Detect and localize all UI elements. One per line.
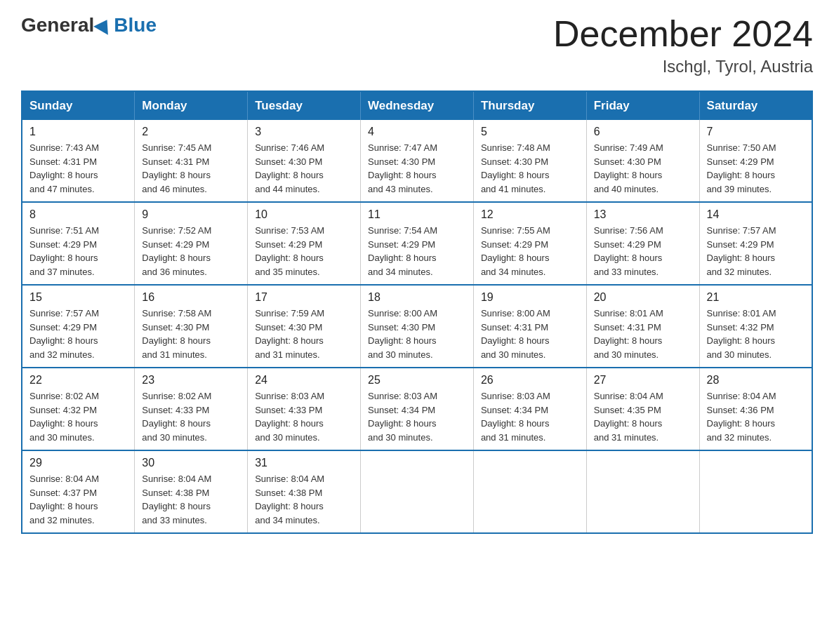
- calendar-cell: 1 Sunrise: 7:43 AMSunset: 4:31 PMDayligh…: [22, 120, 135, 202]
- calendar-cell: 20 Sunrise: 8:01 AMSunset: 4:31 PMDaylig…: [586, 285, 699, 368]
- day-info: Sunrise: 8:02 AMSunset: 4:33 PMDaylight:…: [142, 389, 240, 444]
- day-number: 1: [29, 126, 127, 138]
- day-number: 26: [481, 374, 579, 387]
- weekday-header-tuesday: Tuesday: [248, 91, 361, 120]
- weekday-header-saturday: Saturday: [699, 91, 812, 120]
- calendar-cell: 7 Sunrise: 7:50 AMSunset: 4:29 PMDayligh…: [699, 120, 812, 202]
- day-info: Sunrise: 7:55 AMSunset: 4:29 PMDaylight:…: [481, 224, 579, 279]
- day-number: 15: [29, 291, 127, 304]
- day-info: Sunrise: 8:04 AMSunset: 4:35 PMDaylight:…: [594, 389, 692, 444]
- day-number: 16: [142, 291, 240, 304]
- day-number: 14: [707, 208, 805, 221]
- calendar-cell: 29 Sunrise: 8:04 AMSunset: 4:37 PMDaylig…: [22, 450, 135, 533]
- calendar-cell: 13 Sunrise: 7:56 AMSunset: 4:29 PMDaylig…: [586, 202, 699, 285]
- day-info: Sunrise: 7:43 AMSunset: 4:31 PMDaylight:…: [29, 141, 127, 196]
- calendar-cell: [361, 450, 474, 533]
- calendar-cell: 24 Sunrise: 8:03 AMSunset: 4:33 PMDaylig…: [248, 368, 361, 450]
- calendar-cell: 23 Sunrise: 8:02 AMSunset: 4:33 PMDaylig…: [135, 368, 248, 450]
- day-info: Sunrise: 7:48 AMSunset: 4:30 PMDaylight:…: [481, 141, 579, 196]
- day-number: 27: [594, 374, 692, 387]
- calendar-cell: [586, 450, 699, 533]
- calendar-cell: 10 Sunrise: 7:53 AMSunset: 4:29 PMDaylig…: [248, 202, 361, 285]
- day-number: 21: [707, 291, 805, 304]
- calendar-cell: 21 Sunrise: 8:01 AMSunset: 4:32 PMDaylig…: [699, 285, 812, 368]
- month-title: December 2024: [553, 14, 813, 54]
- logo-blue-text: Blue: [114, 14, 157, 36]
- week-row-4: 22 Sunrise: 8:02 AMSunset: 4:32 PMDaylig…: [22, 368, 812, 450]
- calendar-cell: 9 Sunrise: 7:52 AMSunset: 4:29 PMDayligh…: [135, 202, 248, 285]
- day-info: Sunrise: 8:00 AMSunset: 4:31 PMDaylight:…: [481, 307, 579, 361]
- day-number: 24: [255, 374, 353, 387]
- title-area: December 2024 Ischgl, Tyrol, Austria: [553, 14, 813, 76]
- day-number: 20: [594, 291, 692, 304]
- day-number: 7: [707, 126, 805, 138]
- day-info: Sunrise: 8:04 AMSunset: 4:38 PMDaylight:…: [255, 472, 353, 527]
- day-number: 5: [481, 126, 579, 138]
- day-info: Sunrise: 8:03 AMSunset: 4:34 PMDaylight:…: [368, 389, 466, 444]
- day-number: 30: [142, 457, 240, 469]
- calendar-cell: 16 Sunrise: 7:58 AMSunset: 4:30 PMDaylig…: [135, 285, 248, 368]
- calendar-cell: [699, 450, 812, 533]
- weekday-header-wednesday: Wednesday: [361, 91, 474, 120]
- weekday-header-sunday: Sunday: [22, 91, 135, 120]
- calendar-cell: 11 Sunrise: 7:54 AMSunset: 4:29 PMDaylig…: [361, 202, 474, 285]
- day-number: 31: [255, 457, 353, 469]
- day-number: 29: [29, 457, 127, 469]
- day-number: 19: [481, 291, 579, 304]
- day-number: 18: [368, 291, 466, 304]
- day-info: Sunrise: 7:45 AMSunset: 4:31 PMDaylight:…: [142, 141, 240, 196]
- day-info: Sunrise: 8:02 AMSunset: 4:32 PMDaylight:…: [29, 389, 127, 444]
- calendar-cell: 19 Sunrise: 8:00 AMSunset: 4:31 PMDaylig…: [473, 285, 586, 368]
- day-info: Sunrise: 8:03 AMSunset: 4:34 PMDaylight:…: [481, 389, 579, 444]
- day-number: 28: [707, 374, 805, 387]
- calendar-cell: 4 Sunrise: 7:47 AMSunset: 4:30 PMDayligh…: [361, 120, 474, 202]
- logo: General Blue: [21, 14, 157, 36]
- day-info: Sunrise: 8:04 AMSunset: 4:36 PMDaylight:…: [707, 389, 805, 444]
- day-info: Sunrise: 7:49 AMSunset: 4:30 PMDaylight:…: [594, 141, 692, 196]
- day-number: 13: [594, 208, 692, 221]
- weekday-header-friday: Friday: [586, 91, 699, 120]
- day-info: Sunrise: 7:56 AMSunset: 4:29 PMDaylight:…: [594, 224, 692, 279]
- location-subtitle: Ischgl, Tyrol, Austria: [553, 57, 813, 76]
- day-number: 22: [29, 374, 127, 387]
- day-info: Sunrise: 8:04 AMSunset: 4:38 PMDaylight:…: [142, 472, 240, 527]
- calendar-cell: 25 Sunrise: 8:03 AMSunset: 4:34 PMDaylig…: [361, 368, 474, 450]
- day-number: 17: [255, 291, 353, 304]
- calendar-cell: 5 Sunrise: 7:48 AMSunset: 4:30 PMDayligh…: [473, 120, 586, 202]
- weekday-header-row: SundayMondayTuesdayWednesdayThursdayFrid…: [22, 91, 812, 120]
- calendar-cell: 31 Sunrise: 8:04 AMSunset: 4:38 PMDaylig…: [248, 450, 361, 533]
- day-number: 25: [368, 374, 466, 387]
- day-info: Sunrise: 7:50 AMSunset: 4:29 PMDaylight:…: [707, 141, 805, 196]
- day-info: Sunrise: 7:54 AMSunset: 4:29 PMDaylight:…: [368, 224, 466, 279]
- day-number: 23: [142, 374, 240, 387]
- calendar-cell: 8 Sunrise: 7:51 AMSunset: 4:29 PMDayligh…: [22, 202, 135, 285]
- week-row-5: 29 Sunrise: 8:04 AMSunset: 4:37 PMDaylig…: [22, 450, 812, 533]
- calendar-cell: 3 Sunrise: 7:46 AMSunset: 4:30 PMDayligh…: [248, 120, 361, 202]
- logo-general-text: General: [21, 14, 94, 36]
- day-number: 12: [481, 208, 579, 221]
- calendar-cell: 2 Sunrise: 7:45 AMSunset: 4:31 PMDayligh…: [135, 120, 248, 202]
- day-number: 6: [594, 126, 692, 138]
- day-number: 9: [142, 208, 240, 221]
- day-number: 8: [29, 208, 127, 221]
- day-info: Sunrise: 8:04 AMSunset: 4:37 PMDaylight:…: [29, 472, 127, 527]
- calendar-cell: 14 Sunrise: 7:57 AMSunset: 4:29 PMDaylig…: [699, 202, 812, 285]
- weekday-header-monday: Monday: [135, 91, 248, 120]
- day-number: 11: [368, 208, 466, 221]
- calendar-cell: 6 Sunrise: 7:49 AMSunset: 4:30 PMDayligh…: [586, 120, 699, 202]
- day-number: 10: [255, 208, 353, 221]
- calendar-cell: [473, 450, 586, 533]
- logo-triangle-icon: [93, 15, 114, 35]
- calendar-cell: 28 Sunrise: 8:04 AMSunset: 4:36 PMDaylig…: [699, 368, 812, 450]
- calendar-cell: 12 Sunrise: 7:55 AMSunset: 4:29 PMDaylig…: [473, 202, 586, 285]
- week-row-2: 8 Sunrise: 7:51 AMSunset: 4:29 PMDayligh…: [22, 202, 812, 285]
- day-info: Sunrise: 7:46 AMSunset: 4:30 PMDaylight:…: [255, 141, 353, 196]
- day-info: Sunrise: 7:57 AMSunset: 4:29 PMDaylight:…: [29, 307, 127, 361]
- day-info: Sunrise: 8:03 AMSunset: 4:33 PMDaylight:…: [255, 389, 353, 444]
- calendar-cell: 18 Sunrise: 8:00 AMSunset: 4:30 PMDaylig…: [361, 285, 474, 368]
- day-info: Sunrise: 7:58 AMSunset: 4:30 PMDaylight:…: [142, 307, 240, 361]
- week-row-1: 1 Sunrise: 7:43 AMSunset: 4:31 PMDayligh…: [22, 120, 812, 202]
- day-number: 4: [368, 126, 466, 138]
- day-info: Sunrise: 8:00 AMSunset: 4:30 PMDaylight:…: [368, 307, 466, 361]
- calendar-cell: 22 Sunrise: 8:02 AMSunset: 4:32 PMDaylig…: [22, 368, 135, 450]
